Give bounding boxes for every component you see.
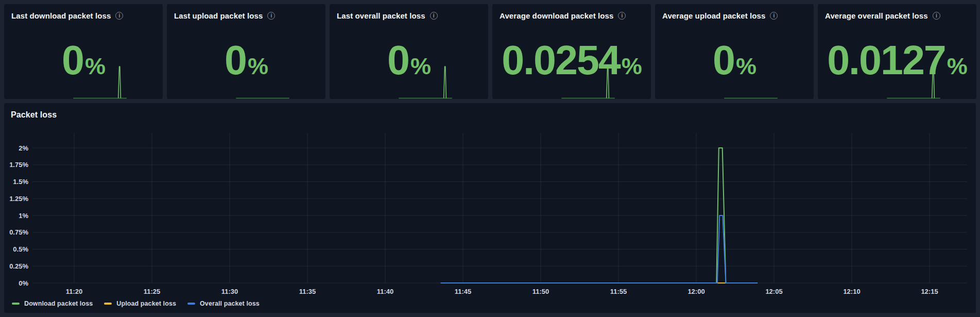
stat-panel-average-overall-packet-loss: Average overall packet loss i 0.0127 % (818, 4, 976, 99)
stat-panel-last-upload-packet-loss: Last upload packet loss i 0 % (167, 4, 325, 99)
legend-item-download-packet-loss[interactable]: Download packet loss (12, 300, 93, 307)
stat-value-number: 0.0127 (827, 38, 945, 83)
x-axis-tick-label: 12:05 (765, 288, 782, 295)
stat-panel-last-download-packet-loss: Last download packet loss i 0 % (4, 4, 163, 99)
y-axis-tick-label: 2% (19, 144, 28, 152)
stat-value-unit: % (248, 54, 268, 79)
legend-series-swatch (187, 303, 195, 305)
panel-title: Last overall packet loss (337, 11, 425, 20)
stat-value-number: 0 (62, 38, 83, 83)
x-axis-tick-label: 11:20 (66, 288, 83, 295)
x-axis-tick-label: 12:15 (921, 288, 938, 295)
y-axis-tick-label: 0% (19, 279, 28, 287)
timeseries-panel-packet-loss: Packet loss 0%0.25%0.5%0.75%1%1.25%1.5%1… (4, 103, 976, 313)
timeseries-plot[interactable]: 0%0.25%0.5%0.75%1%1.25%1.5%1.75%2%11:201… (4, 103, 976, 298)
legend-item-upload-packet-loss[interactable]: Upload packet loss (104, 300, 176, 307)
stat-value-unit: % (85, 54, 105, 79)
y-axis-tick-label: 1% (19, 212, 28, 220)
panel-title: Last download packet loss (11, 11, 111, 20)
x-axis-tick-label: 11:35 (299, 288, 316, 295)
stat-value-number: 0 (387, 38, 409, 83)
legend-series-label: Overall packet loss (200, 300, 260, 307)
y-axis-tick-label: 1.75% (9, 161, 28, 169)
legend-series-swatch (12, 303, 20, 305)
x-axis-tick-label: 11:30 (221, 288, 238, 295)
stat-value-unit: % (410, 54, 431, 79)
y-axis-tick-label: 1.5% (13, 178, 28, 186)
info-icon[interactable]: i (115, 12, 123, 20)
stat-value-unit: % (622, 54, 642, 79)
legend-series-swatch (104, 303, 112, 305)
y-axis-tick-label: 0.5% (13, 245, 28, 253)
info-icon[interactable]: i (430, 12, 438, 20)
stat-value-number: 0.0254 (502, 38, 620, 83)
x-axis-tick-label: 12:10 (843, 288, 860, 295)
stat-value: 0 % (4, 38, 163, 83)
panel-title: Last upload packet loss (174, 11, 263, 20)
x-axis-tick-label: 11:25 (144, 288, 161, 295)
y-axis-tick-label: 0.75% (9, 228, 28, 236)
chart-legend: Download packet lossUpload packet lossOv… (12, 300, 260, 307)
stat-value: 0 % (655, 38, 814, 83)
panel-title: Average overall packet loss (825, 11, 928, 20)
stat-value-unit: % (736, 54, 756, 79)
x-axis-tick-label: 11:45 (455, 288, 472, 295)
x-axis-tick-label: 11:55 (610, 288, 627, 295)
y-axis-tick-label: 1.25% (9, 195, 28, 203)
info-icon[interactable]: i (618, 12, 626, 20)
y-axis-tick-label: 0.25% (9, 262, 28, 270)
stat-value-unit: % (947, 54, 967, 79)
stat-value-number: 0 (225, 38, 246, 83)
stat-value: 0 % (330, 38, 488, 83)
panel-title: Average upload packet loss (662, 11, 765, 20)
stat-value-number: 0 (713, 38, 734, 83)
info-icon[interactable]: i (770, 12, 778, 20)
legend-item-overall-packet-loss[interactable]: Overall packet loss (187, 300, 260, 307)
stat-value: 0.0127 % (818, 38, 976, 83)
stat-value: 0.0254 % (492, 38, 651, 83)
stat-panel-average-upload-packet-loss: Average upload packet loss i 0 % (655, 4, 814, 99)
info-icon[interactable]: i (933, 12, 940, 20)
stat-panel-average-download-packet-loss: Average download packet loss i 0.0254 % (492, 4, 651, 99)
x-axis-tick-label: 11:40 (377, 288, 394, 295)
info-icon[interactable]: i (267, 12, 275, 20)
x-axis-tick-label: 12:00 (687, 288, 704, 295)
legend-series-label: Upload packet loss (116, 300, 176, 307)
stat-value: 0 % (167, 38, 325, 83)
legend-series-label: Download packet loss (24, 300, 93, 307)
panel-title: Average download packet loss (500, 11, 613, 20)
grafana-dashboard: { "theme": { "page_bg": "#1c2432", "pane… (0, 0, 980, 317)
x-axis-tick-label: 11:50 (532, 288, 549, 295)
stat-panel-last-overall-packet-loss: Last overall packet loss i 0 % (330, 4, 488, 99)
